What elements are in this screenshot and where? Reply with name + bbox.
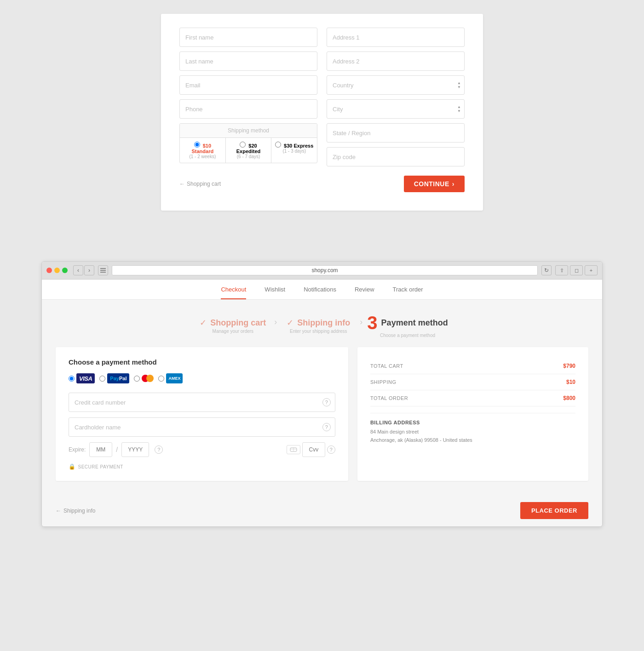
top-section: Shipping method $10 Standard (1 - 2 week… <box>0 0 644 238</box>
cvv-help-icon[interactable]: ? <box>327 445 335 454</box>
chip-svg <box>289 447 298 452</box>
nav-forward-button[interactable]: › <box>84 265 94 275</box>
shipping-days-standard: (1 - 2 weeks) <box>183 154 223 159</box>
card-chip-icon <box>287 445 300 454</box>
payment-method-mastercard[interactable] <box>134 373 154 383</box>
cardholder-name-input[interactable] <box>69 417 335 437</box>
shipping-days-expedited: (6 - 7 days) <box>229 154 269 159</box>
shipping-option-standard[interactable]: $10 Standard (1 - 2 weeks) <box>180 138 226 163</box>
amex-logo: AMEX <box>166 373 183 383</box>
city-select[interactable]: City <box>327 99 465 119</box>
refresh-button[interactable]: ↻ <box>541 265 552 275</box>
payment-method-amex[interactable]: AMEX <box>158 373 183 383</box>
step1-sub: Manage your orders <box>213 329 254 334</box>
step-shipping-info: ✓ Shipping info Enter your shipping addr… <box>282 318 355 334</box>
shipping-option-expedited[interactable]: $20 Expedited (6 - 7 days) <box>226 138 272 163</box>
total-cart-label: TOTAL CART <box>370 363 403 369</box>
browser-nav: ‹ › <box>73 265 94 275</box>
billing-address-title: BILLING ADDRESS <box>370 420 575 425</box>
bottom-actions: ← Shipping info PLACE ORDER <box>42 495 602 526</box>
nav-review[interactable]: Review <box>355 286 374 299</box>
credit-card-input[interactable] <box>69 393 335 412</box>
continue-button[interactable]: CONTINUE › <box>404 176 465 192</box>
zip-input[interactable] <box>327 147 465 166</box>
nav-checkout[interactable]: Checkout <box>221 286 246 299</box>
total-order-label: TOTAL ORDER <box>370 395 408 401</box>
browser-dots <box>46 268 68 273</box>
back-to-cart-link[interactable]: ← Shopping cart <box>179 181 221 187</box>
more-button[interactable]: + <box>585 265 598 275</box>
shipping-row: SHIPPING $10 <box>370 374 575 390</box>
phone-input[interactable] <box>179 99 317 119</box>
form-actions: ← Shopping cart CONTINUE › <box>179 176 465 192</box>
step2-check-icon: ✓ <box>287 318 293 328</box>
nav-wishlist[interactable]: Wishlist <box>264 286 285 299</box>
spacer <box>0 238 644 261</box>
expire-separator: / <box>116 446 118 453</box>
back-to-shipping-link[interactable]: ← Shipping info <box>56 508 95 514</box>
svg-rect-0 <box>100 268 106 269</box>
mastercard-radio[interactable] <box>134 376 140 382</box>
nav-track-order[interactable]: Track order <box>393 286 423 299</box>
shipping-radio-express[interactable] <box>275 142 281 148</box>
payment-method-paypal[interactable]: PayPal <box>99 373 129 383</box>
expire-cvv-row: Expire: / ? ? <box>69 442 335 457</box>
address1-input[interactable] <box>327 28 465 47</box>
url-bar[interactable]: shopy.com <box>112 265 538 275</box>
svg-rect-2 <box>100 272 106 273</box>
browser-toolbar: ‹ › shopy.com ↻ ⇧ ◻ + <box>42 262 602 280</box>
secure-badge: 🔒 SECURE PAYMENT <box>69 463 335 470</box>
credit-card-help-icon[interactable]: ? <box>322 398 331 406</box>
shipping-radio-expedited[interactable] <box>240 142 246 148</box>
visa-radio[interactable] <box>69 376 75 382</box>
shipping-form-card: Shipping method $10 Standard (1 - 2 week… <box>161 14 483 211</box>
address2-input[interactable] <box>327 51 465 71</box>
payment-card: Choose a payment method VISA PayPal <box>56 347 348 481</box>
step1-title: Shopping cart <box>210 318 266 328</box>
dot-maximize[interactable] <box>62 268 68 273</box>
expire-month-input[interactable] <box>89 442 112 457</box>
payment-method-visa[interactable]: VISA <box>69 373 95 383</box>
mc-circles <box>142 375 154 382</box>
country-select[interactable]: Country <box>327 75 465 95</box>
shipping-options: $10 Standard (1 - 2 weeks) $20 Expedited… <box>180 138 317 163</box>
state-input[interactable] <box>327 123 465 143</box>
dot-close[interactable] <box>46 268 52 273</box>
order-summary-card: TOTAL CART $790 SHIPPING $10 TOTAL ORDER… <box>357 347 588 481</box>
amex-radio[interactable] <box>158 376 164 382</box>
country-select-wrapper: Country ▲▼ <box>327 75 465 95</box>
nav-notifications[interactable]: Notifications <box>304 286 336 299</box>
cvv-input[interactable] <box>302 442 325 457</box>
shipping-radio-standard[interactable] <box>194 142 200 148</box>
payment-section: Choose a payment method VISA PayPal <box>42 347 602 495</box>
dot-minimize[interactable] <box>54 268 60 273</box>
step-arrow-2: › <box>360 317 362 327</box>
paypal-radio[interactable] <box>99 376 105 382</box>
shipping-option-express[interactable]: $30 Express (1 - 3 days) <box>271 138 317 163</box>
total-order-row: TOTAL ORDER $800 <box>370 390 575 406</box>
expire-help-icon[interactable]: ? <box>155 445 163 454</box>
continue-label: CONTINUE <box>414 180 449 188</box>
step1-check-icon: ✓ <box>200 318 207 328</box>
payment-methods: VISA PayPal <box>69 373 335 383</box>
first-name-input[interactable] <box>179 28 317 47</box>
last-name-input[interactable] <box>179 51 317 71</box>
duplicate-button[interactable]: ◻ <box>570 265 583 275</box>
total-cart-value: $790 <box>563 363 575 369</box>
back-arrow-icon2: ← <box>56 508 61 514</box>
place-order-button[interactable]: PLACE ORDER <box>520 502 588 519</box>
nav-back-button[interactable]: ‹ <box>73 265 83 275</box>
sidebar-icon <box>100 268 106 273</box>
step-shopping-cart: ✓ Shopping cart Manage your orders <box>196 318 270 334</box>
sidebar-toggle-button[interactable] <box>98 265 108 275</box>
continue-arrow-icon: › <box>452 180 454 188</box>
billing-address-line1: 84 Main design street <box>370 428 575 436</box>
expire-year-input[interactable] <box>121 442 149 457</box>
step2-sub: Enter your shipping address <box>290 329 347 334</box>
back-arrow-icon: ← <box>179 181 185 187</box>
email-input[interactable] <box>179 75 317 95</box>
total-cart-row: TOTAL CART $790 <box>370 358 575 374</box>
share-button[interactable]: ⇧ <box>555 265 568 275</box>
cardholder-help-icon[interactable]: ? <box>322 423 331 431</box>
paypal-logo: PayPal <box>107 373 129 383</box>
